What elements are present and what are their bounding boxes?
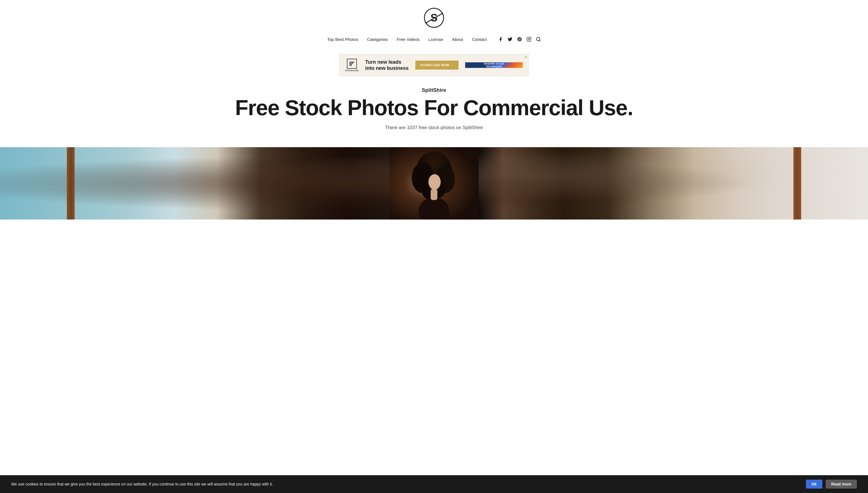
ad-close-icon[interactable]: ✕ [524,56,527,60]
site-header: S [0,0,868,33]
right-board [793,147,801,219]
svg-line-4 [539,40,540,41]
svg-rect-8 [353,61,354,63]
svg-rect-16 [431,189,437,200]
search-icon[interactable] [536,37,541,42]
nav-about[interactable]: About [452,37,463,42]
pinterest-icon[interactable] [517,37,522,42]
site-logo[interactable]: S [424,8,444,28]
svg-point-1 [528,38,530,40]
hero-title: Free Stock Photos For Commercial Use. [5,97,863,119]
person-silhouette [390,147,478,219]
hero-site-name: SplitShire [5,87,863,93]
nav-top-best-photos[interactable]: Top Best Photos [327,37,358,42]
ad-cta-button[interactable]: DOWNLOAD NOW → [415,61,458,69]
svg-rect-6 [351,61,352,66]
svg-rect-0 [527,37,531,41]
ad-headline-line2: into new business [365,65,409,71]
ad-banner: INTERCOM Turn new leads into new busines… [339,54,529,76]
ad-headline-line1: Turn new leads [365,59,401,65]
main-nav: Top Best Photos Categories Free Videos L… [0,33,868,46]
instagram-icon[interactable] [526,37,532,42]
hero-subtitle: There are 1037 free stock photos on Spli… [5,125,863,130]
hero-subtitle-text: There are 1037 free stock photos on Spli… [385,125,483,130]
hero-section: SplitShire Free Stock Photos For Commerc… [0,76,868,133]
ad-cta-now: NOW [441,63,449,67]
nav-free-videos[interactable]: Free Videos [397,37,419,42]
ad-device-visual: MODERN SALES TECHNIQUES [465,62,523,68]
ad-logo-icon [347,59,357,69]
svg-point-17 [429,174,441,190]
svg-rect-7 [352,61,353,64]
ad-cta-download: DOWNLOAD [420,63,440,67]
ad-logo-name: INTERCOM [345,69,358,72]
ad-device-text: MODERN SALES TECHNIQUES [484,62,504,68]
twitter-icon[interactable] [508,37,513,42]
ad-headline: Turn new leads into new business [365,59,409,71]
svg-rect-5 [350,61,350,66]
nav-license[interactable]: License [429,37,443,42]
nav-categories[interactable]: Categories [367,37,388,42]
featured-photo [0,147,868,219]
nav-social-links [498,37,541,42]
nav-contact[interactable]: Contact [472,37,487,42]
ad-logo: INTERCOM [345,59,358,72]
facebook-icon[interactable] [498,37,503,42]
left-board [67,147,75,219]
ad-inner: INTERCOM Turn new leads into new busines… [339,59,529,72]
